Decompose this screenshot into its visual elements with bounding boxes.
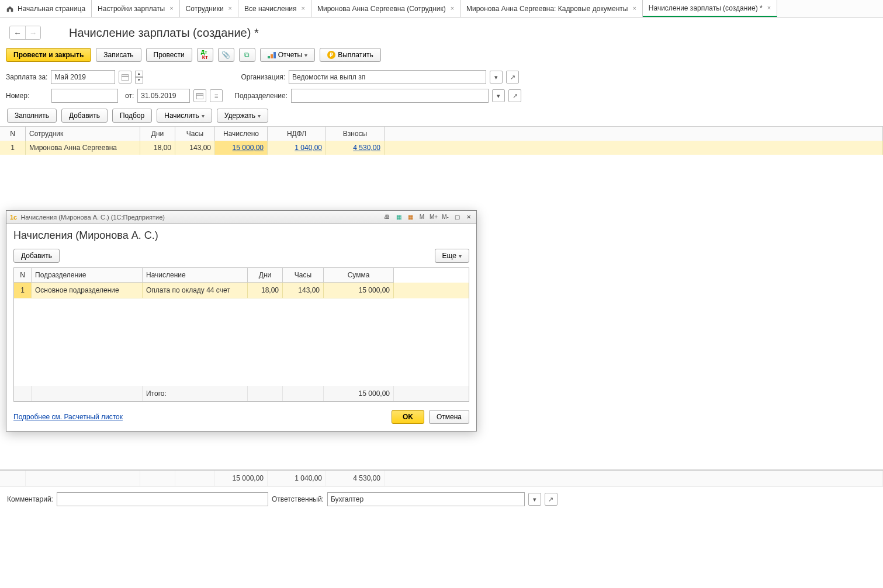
org-value: Ведомости на выпл зп — [292, 73, 365, 81]
close-icon[interactable]: × — [169, 5, 173, 12]
ok-button[interactable]: OK — [392, 410, 424, 424]
table-row[interactable]: 1 Миронова Анна Сергеевна 18,00 143,00 1… — [0, 141, 883, 155]
resp-open-button[interactable]: ↗ — [545, 493, 557, 506]
close-icon[interactable]: × — [632, 5, 636, 12]
pay-button[interactable]: ₽ Выплатить — [320, 48, 381, 62]
calc-icon[interactable]: ▦ — [405, 213, 415, 222]
comment-label: Комментарий: — [7, 495, 53, 503]
add-button[interactable]: Добавить — [61, 109, 108, 123]
dcol-hours[interactable]: Часы — [283, 268, 324, 283]
dept-open-button[interactable]: ↗ — [508, 89, 521, 102]
col-emp[interactable]: Сотрудник — [26, 127, 140, 141]
cell-tax[interactable]: 1 040,00 — [268, 141, 326, 155]
close-icon[interactable]: × — [767, 5, 771, 11]
org-open-button[interactable]: ↗ — [506, 71, 519, 83]
col-tax[interactable]: НДФЛ — [268, 127, 326, 141]
number-field[interactable] — [51, 89, 118, 103]
tab-employee-card[interactable]: Миронова Анна Сергеевна (Сотрудник) × — [311, 0, 460, 17]
cancel-button[interactable]: Отмена — [429, 410, 469, 424]
col-spacer — [385, 127, 883, 141]
dt-kt-button[interactable] — [197, 48, 213, 62]
reports-button[interactable]: Отчеты ▾ — [260, 48, 315, 62]
accrue-label: Начислить — [164, 112, 199, 120]
dcol-accr[interactable]: Начисление — [143, 268, 248, 283]
fill-button[interactable]: Заполнить — [7, 109, 57, 123]
resp-dropdown-button[interactable]: ▾ — [528, 493, 541, 506]
dcol-sum[interactable]: Сумма — [324, 268, 394, 283]
tab-label: Начисление зарплаты (создание) * — [649, 4, 763, 12]
accrue-button[interactable]: Начислить ▾ — [157, 109, 212, 123]
print-icon[interactable]: 🖶 — [382, 213, 392, 222]
mem-m[interactable]: M — [417, 213, 427, 222]
dept-field[interactable] — [291, 89, 489, 103]
mem-m-plus[interactable]: M+ — [428, 213, 439, 222]
pick-button[interactable]: Подбор — [112, 109, 152, 123]
dialog-titlebar[interactable]: 1c Начисления (Миронова А. С.) (1C:Предп… — [6, 211, 476, 224]
mem-m-minus[interactable]: M- — [440, 213, 451, 222]
open-icon: ↗ — [513, 92, 518, 100]
open-icon: ↗ — [510, 74, 515, 81]
footer-form: Комментарий: Ответственный: Бухгалтер ▾ … — [0, 486, 883, 512]
date-options-button[interactable]: ≡ — [210, 89, 223, 102]
col-days[interactable]: Дни — [140, 127, 175, 141]
col-n[interactable]: N — [0, 127, 26, 141]
from-calendar-button[interactable] — [193, 89, 206, 102]
dialog-add-button[interactable]: Добавить — [13, 249, 60, 263]
reports-label: Отчеты — [278, 51, 302, 59]
dialog-more-button[interactable]: Еще ▾ — [435, 249, 469, 263]
col-contrib[interactable]: Взносы — [326, 127, 385, 141]
col-hours[interactable]: Часы — [175, 127, 215, 141]
details-link[interactable]: Подробнее см. Расчетный листок — [13, 413, 123, 421]
calendar-icon[interactable]: ▦ — [393, 213, 404, 222]
dcol-days[interactable]: Дни — [248, 268, 283, 283]
dialog-heading: Начисления (Миронова А. С.) — [6, 224, 476, 249]
clip-icon: 📎 — [221, 51, 230, 59]
dcell-days: 18,00 — [248, 283, 283, 298]
close-icon[interactable]: × — [228, 5, 232, 12]
col-accrued[interactable]: Начислено — [215, 127, 268, 141]
resp-field[interactable]: Бухгалтер — [327, 492, 525, 506]
tab-payroll-create[interactable]: Начисление зарплаты (создание) * × — [643, 0, 777, 17]
withhold-button[interactable]: Удержать ▾ — [217, 109, 268, 123]
from-value: 31.05.2019 — [141, 92, 176, 100]
toolbar: Провести и закрыть Записать Провести 📎 ⧉… — [0, 48, 883, 68]
table-row[interactable]: 1 Основное подразделение Оплата по оклад… — [14, 283, 469, 298]
related-button[interactable]: ⧉ — [239, 48, 255, 62]
tab-employees[interactable]: Сотрудники × — [180, 0, 238, 17]
dcol-dept[interactable]: Подразделение — [32, 268, 143, 283]
close-icon[interactable]: × — [302, 5, 305, 12]
calendar-button[interactable] — [119, 71, 131, 83]
close-icon[interactable]: ✕ — [463, 213, 474, 222]
dialog-grid-header: N Подразделение Начисление Дни Часы Сумм… — [14, 268, 469, 283]
tab-settings[interactable]: Настройки зарплаты × — [92, 0, 180, 17]
period-stepper[interactable]: ▴▾ — [135, 71, 143, 83]
comment-field[interactable] — [57, 492, 268, 506]
cell-contrib[interactable]: 4 530,00 — [326, 141, 385, 155]
cell-accrued[interactable]: 15 000,00 — [215, 141, 268, 155]
list-icon: ≡ — [214, 92, 218, 99]
attach-button[interactable]: 📎 — [218, 48, 234, 62]
tab-home[interactable]: Начальная страница — [0, 0, 92, 17]
salary-for-field[interactable]: Май 2019 — [51, 70, 115, 84]
tab-hr-docs[interactable]: Миронова Анна Сергеевна: Кадровые докуме… — [460, 0, 643, 17]
record-button[interactable]: Записать — [96, 48, 141, 62]
dept-dropdown-button[interactable]: ▾ — [492, 89, 505, 102]
nav-forward-button[interactable]: → — [25, 26, 40, 39]
dialog-grid-body[interactable] — [14, 298, 469, 386]
maximize-icon[interactable]: ▢ — [452, 213, 462, 222]
post-button[interactable]: Провести — [146, 48, 192, 62]
chevron-down-icon: ▾ — [459, 253, 462, 259]
org-field[interactable]: Ведомости на выпл зп — [289, 70, 486, 84]
tab-label: Начальная страница — [18, 5, 85, 13]
org-dropdown-button[interactable]: ▾ — [490, 71, 503, 83]
from-field[interactable]: 31.05.2019 — [137, 89, 190, 103]
nav-back-button[interactable]: ← — [10, 26, 25, 39]
chevron-down-icon: ▾ — [258, 113, 261, 119]
cell-days: 18,00 — [140, 141, 175, 155]
dcell-sum: 15 000,00 — [324, 283, 394, 298]
post-and-close-button[interactable]: Провести и закрыть — [6, 48, 91, 62]
dcol-n[interactable]: N — [14, 268, 32, 283]
chevron-down-icon: ▾ — [202, 113, 205, 119]
close-icon[interactable]: × — [451, 5, 454, 12]
tab-accruals[interactable]: Все начисления × — [238, 0, 311, 17]
